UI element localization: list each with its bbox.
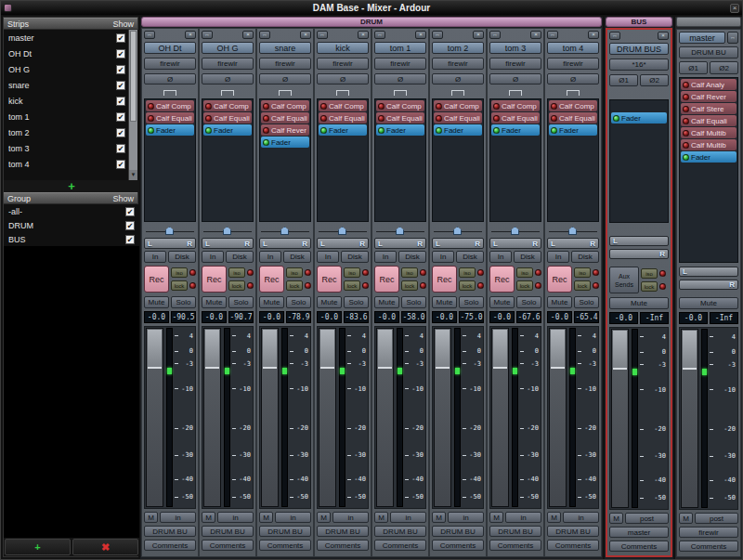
fader-handle[interactable] bbox=[148, 330, 162, 369]
plugin-processor[interactable]: Calf Stere bbox=[681, 103, 736, 114]
solo-lock-button[interactable]: lock bbox=[171, 280, 188, 291]
window-titlebar[interactable]: DAM Base - Mixer - Ardour × bbox=[1, 1, 742, 15]
processor-active-led[interactable] bbox=[493, 115, 500, 122]
input-monitor-button[interactable]: In bbox=[374, 251, 397, 263]
plugin-processor[interactable]: Calf Equali bbox=[146, 112, 194, 124]
pan-slider[interactable]: L R bbox=[259, 238, 311, 249]
comments-button[interactable]: Comments bbox=[259, 540, 311, 551]
plugin-processor[interactable]: Calf Equali bbox=[319, 112, 367, 124]
gain-fader[interactable] bbox=[434, 328, 451, 507]
strip-hide-button[interactable]: × bbox=[300, 31, 311, 39]
processor-active-led[interactable] bbox=[148, 103, 154, 110]
group-tab-bracket[interactable] bbox=[372, 87, 428, 98]
output-button[interactable]: DRUM BU bbox=[374, 526, 426, 537]
mute-button[interactable]: Mute bbox=[547, 296, 572, 308]
peak-display[interactable]: -Inf bbox=[710, 312, 738, 324]
solo-lock-button[interactable]: lock bbox=[459, 280, 476, 291]
fader-processor[interactable]: Fader bbox=[549, 124, 597, 136]
gain-fader[interactable] bbox=[203, 328, 221, 507]
drum-group-tab[interactable]: DRUM bbox=[141, 17, 602, 27]
mute-button[interactable]: Mute bbox=[374, 296, 399, 308]
processor-box[interactable]: Calf CompCalf EqualiFader bbox=[547, 98, 599, 222]
solo-lock-button[interactable]: lock bbox=[641, 281, 658, 292]
processor-active-led[interactable] bbox=[493, 103, 500, 110]
processor-active-led[interactable] bbox=[205, 115, 212, 122]
gain-automation-button[interactable]: M bbox=[374, 512, 388, 523]
group-tab-bracket[interactable] bbox=[488, 87, 543, 98]
pan-track[interactable] bbox=[202, 225, 254, 236]
fader-handle[interactable] bbox=[551, 330, 565, 369]
comments-button[interactable]: Comments bbox=[317, 540, 369, 551]
solo-lock-button[interactable]: lock bbox=[574, 280, 591, 291]
pan-position-marker[interactable] bbox=[396, 227, 404, 235]
gain-fader[interactable] bbox=[376, 328, 394, 507]
gain-display[interactable]: -0.0 bbox=[432, 311, 457, 323]
record-enable-button[interactable]: Rec bbox=[317, 266, 342, 293]
pan-track[interactable] bbox=[547, 225, 599, 236]
processor-box[interactable]: Fader bbox=[609, 99, 669, 223]
strip-width-button[interactable]: ↔ bbox=[609, 32, 620, 40]
strip-name-button[interactable]: tom 3 bbox=[489, 42, 541, 54]
panner[interactable]: L R bbox=[374, 225, 426, 250]
processor-active-led[interactable] bbox=[683, 106, 689, 112]
plugin-processor[interactable]: Calf Multib bbox=[681, 139, 736, 150]
phase-2-button[interactable]: Ø2 bbox=[640, 74, 669, 86]
pan-track[interactable] bbox=[432, 225, 484, 236]
strip-list-item[interactable]: tom 1✔ bbox=[4, 109, 139, 124]
solo-button[interactable]: Solo bbox=[516, 296, 541, 308]
record-enable-button[interactable]: Rec bbox=[144, 266, 169, 293]
add-strip-button[interactable]: + bbox=[68, 181, 75, 191]
comments-button[interactable]: Comments bbox=[609, 540, 669, 552]
input-button[interactable]: firewir bbox=[547, 58, 599, 70]
solo-button[interactable]: Solo bbox=[574, 296, 599, 308]
strip-list-item[interactable]: OH G✔ bbox=[4, 61, 139, 77]
metering-point-button[interactable]: post bbox=[625, 513, 669, 524]
comments-button[interactable]: Comments bbox=[679, 540, 738, 552]
processor-active-led[interactable] bbox=[205, 103, 212, 110]
show-checkbox[interactable]: ✔ bbox=[116, 33, 125, 43]
gain-automation-button[interactable]: M bbox=[202, 512, 215, 523]
processor-active-led[interactable] bbox=[378, 103, 385, 110]
peak-display[interactable]: -67.6 bbox=[516, 311, 541, 323]
gain-fader[interactable] bbox=[319, 328, 336, 507]
strip-name-button[interactable]: DRUM BUS bbox=[609, 43, 669, 55]
processor-active-led[interactable] bbox=[378, 115, 385, 122]
input-monitor-button[interactable]: In bbox=[489, 251, 512, 263]
strip-name-button[interactable]: snare bbox=[259, 42, 311, 54]
metering-point-button[interactable]: in bbox=[448, 512, 484, 523]
show-checkbox[interactable]: ✔ bbox=[125, 207, 135, 216]
processor-box[interactable]: Calf CompCalf EqualiFader bbox=[489, 98, 541, 222]
comments-button[interactable]: Comments bbox=[547, 540, 599, 551]
pan-left-slider[interactable]: L bbox=[609, 236, 669, 246]
fader-handle[interactable] bbox=[683, 331, 697, 370]
solo-isolate-button[interactable]: iso bbox=[459, 267, 476, 278]
remove-group-button[interactable]: ✖ bbox=[72, 539, 138, 555]
input-button[interactable]: firewir bbox=[374, 58, 426, 70]
strip-width-button[interactable]: ↔ bbox=[202, 31, 213, 39]
plugin-processor[interactable]: Calf Rever bbox=[261, 124, 309, 136]
input-button[interactable]: firewir bbox=[144, 58, 196, 70]
sidebar-scrollbar[interactable] bbox=[676, 17, 741, 27]
gain-automation-button[interactable]: M bbox=[547, 512, 561, 523]
phase-button[interactable]: Ø bbox=[317, 73, 369, 85]
gain-display[interactable]: -0.0 bbox=[679, 312, 708, 324]
gain-display[interactable]: -0.0 bbox=[259, 311, 284, 323]
processor-active-led[interactable] bbox=[378, 127, 385, 134]
gain-automation-button[interactable]: M bbox=[489, 512, 503, 523]
pan-position-marker[interactable] bbox=[223, 227, 231, 235]
output-button[interactable]: firewir bbox=[679, 527, 738, 538]
record-enable-button[interactable]: Rec bbox=[547, 266, 572, 293]
pan-slider[interactable]: L R bbox=[374, 238, 426, 249]
group-list-item[interactable]: DRUM✔ bbox=[4, 218, 139, 232]
strip-width-button[interactable]: ↔ bbox=[432, 31, 443, 39]
pan-position-marker[interactable] bbox=[511, 227, 519, 235]
solo-button[interactable]: Solo bbox=[459, 296, 484, 308]
fader-handle[interactable] bbox=[493, 330, 507, 369]
phase-1-button[interactable]: Ø1 bbox=[679, 61, 708, 74]
panner[interactable]: L R bbox=[259, 225, 311, 250]
gain-display[interactable]: -0.0 bbox=[489, 311, 515, 323]
fader-processor[interactable]: Fader bbox=[376, 124, 424, 136]
strip-hide-button[interactable]: × bbox=[588, 31, 599, 39]
plugin-processor[interactable]: Calf Comp bbox=[203, 100, 252, 111]
solo-button[interactable]: Solo bbox=[401, 296, 426, 308]
